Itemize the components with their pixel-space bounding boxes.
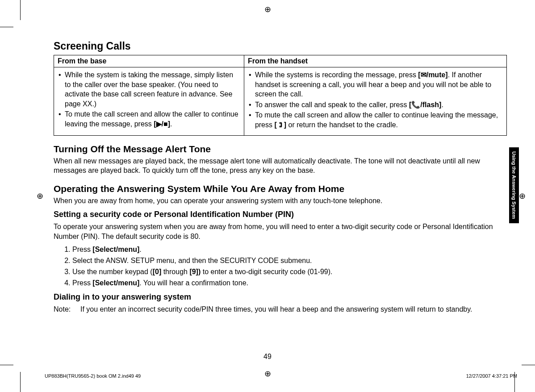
text: Press (72, 246, 92, 253)
text: through (161, 268, 189, 275)
section-tab: Using the Answering System (509, 147, 519, 223)
crop-mark (0, 27, 13, 27)
footer-file-info: UP883BH(TRU9565-2) book OM 2.ind49 49 (45, 373, 141, 379)
heading-dialing-in: Dialing in to your answering system (54, 292, 507, 302)
registration-mark-icon: ⊕ (518, 192, 526, 200)
phone-flash-icon: [📞/flash] (409, 101, 441, 108)
table-cell-handset: While the systems is recording the messa… (244, 67, 506, 136)
footer-timestamp: 12/27/2007 4:37:21 PM (466, 373, 517, 379)
note: Note: If you enter an incorrect security… (54, 304, 507, 314)
text: . (170, 120, 172, 128)
text: . (139, 246, 141, 253)
list-item: To mute the call screen and allow the ca… (59, 109, 239, 129)
crop-mark (20, 0, 21, 20)
key-label: [Select/menu] (92, 279, 139, 287)
list-item: Press [Select/menu]. (72, 244, 507, 254)
end-call-icon: [🕽] (274, 121, 286, 129)
list-item: Press [Select/menu]. You will hear a con… (72, 278, 507, 288)
print-footer: UP883BH(TRU9565-2) book OM 2.ind49 49 12… (45, 373, 517, 379)
heading-alert-tone: Turning Off the Message Alert Tone (54, 144, 507, 154)
paragraph: To operate your answering system when yo… (54, 222, 507, 241)
text: . (441, 101, 443, 108)
steps-list: Press [Select/menu]. Select the ANSW. SE… (54, 244, 507, 288)
note-text: If you enter an incorrect security code/… (80, 304, 472, 314)
page-number: 49 (0, 353, 535, 361)
heading-screening-calls: Screening Calls (54, 40, 507, 52)
screening-calls-table: From the base From the handset While the… (54, 55, 507, 136)
text: . You will hear a confirmation tone. (139, 279, 248, 287)
registration-mark-icon: ⊕ (263, 5, 272, 13)
heading-away-from-home: Operating the Answering System While You… (54, 183, 507, 194)
text: To answer the call and speak to the call… (255, 101, 409, 108)
paragraph: When all new messages are played back, t… (54, 156, 507, 175)
list-item: While the systems is recording the messa… (249, 70, 502, 99)
key-label: [0] (153, 268, 162, 275)
text: Press (72, 279, 92, 287)
envelope-mute-icon: [✉/mute] (418, 71, 447, 79)
text: While the systems is recording the messa… (255, 71, 418, 79)
text: or return the handset to the cradle. (286, 121, 398, 129)
list-item: Select the ANSW. SETUP menu, and then th… (72, 255, 507, 266)
list-item: To mute the call screen and allow the ca… (249, 110, 502, 129)
registration-mark-icon: ⊕ (36, 192, 44, 200)
page-content: Screening Calls From the base From the h… (54, 40, 507, 314)
text: To mute the call screen and allow the ca… (65, 110, 238, 128)
list-item: While the system is taking the message, … (59, 70, 239, 108)
table-cell-base: While the system is taking the message, … (54, 67, 244, 136)
table-header-handset: From the handset (244, 55, 506, 67)
crop-mark (0, 365, 13, 365)
list-item: Use the number keypad ([0] through [9]) … (72, 267, 507, 277)
paragraph: When you are away from home, you can ope… (54, 196, 507, 206)
text: Use the number keypad ( (72, 268, 153, 275)
note-label: Note: (54, 304, 80, 314)
heading-security-code: Setting a security code or Personal Iden… (54, 210, 507, 219)
key-label: [9]) (189, 268, 201, 275)
table-header-base: From the base (54, 55, 244, 67)
key-label: [Select/menu] (92, 246, 139, 253)
list-item: To answer the call and speak to the call… (249, 100, 502, 110)
play-stop-icon: [▶/■] (154, 120, 170, 128)
crop-mark (522, 365, 535, 365)
crop-mark (20, 372, 21, 392)
text: to enter a two-digit security code (01-9… (201, 268, 332, 275)
